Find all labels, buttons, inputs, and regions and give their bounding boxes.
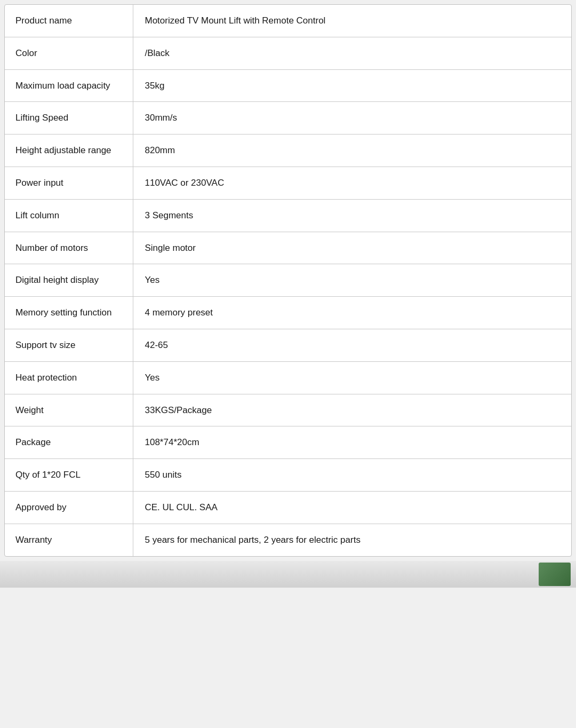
spec-label: Qty of 1*20 FCL	[5, 459, 133, 492]
spec-label: Power input	[5, 167, 133, 199]
specs-table-container: Product nameMotorized TV Mount Lift with…	[4, 4, 572, 557]
spec-value: 5 years for mechanical parts, 2 years fo…	[133, 524, 571, 556]
bottom-image	[539, 563, 571, 586]
table-row: Lift column3 Segments	[5, 199, 571, 232]
spec-value: CE. UL CUL. SAA	[133, 491, 571, 524]
spec-label: Lift column	[5, 199, 133, 232]
spec-value: 35kg	[133, 69, 571, 102]
spec-label: Weight	[5, 394, 133, 426]
spec-value: Single motor	[133, 232, 571, 264]
spec-value: 3 Segments	[133, 199, 571, 232]
spec-value: 550 units	[133, 459, 571, 492]
spec-label: Heat protection	[5, 361, 133, 394]
table-row: Number of motorsSingle motor	[5, 232, 571, 264]
spec-value: 30mm/s	[133, 102, 571, 134]
table-row: Heat protectionYes	[5, 361, 571, 394]
spec-value: 4 memory preset	[133, 297, 571, 329]
spec-label: Number of motors	[5, 232, 133, 264]
table-row: Weight33KGS/Package	[5, 394, 571, 426]
spec-value: Yes	[133, 264, 571, 297]
spec-label: Product name	[5, 5, 133, 37]
spec-value: 110VAC or 230VAC	[133, 167, 571, 199]
spec-label: Height adjustable range	[5, 134, 133, 167]
table-row: Maximum load capacity35kg	[5, 69, 571, 102]
table-row: Support tv size42-65	[5, 329, 571, 361]
spec-value: 33KGS/Package	[133, 394, 571, 426]
spec-label: Approved by	[5, 491, 133, 524]
table-row: Memory setting function4 memory preset	[5, 297, 571, 329]
table-row: Warranty5 years for mechanical parts, 2 …	[5, 524, 571, 556]
spec-value: /Black	[133, 37, 571, 69]
table-row: Lifting Speed30mm/s	[5, 102, 571, 134]
specs-table: Product nameMotorized TV Mount Lift with…	[5, 5, 571, 556]
spec-label: Support tv size	[5, 329, 133, 361]
spec-label: Memory setting function	[5, 297, 133, 329]
spec-label: Lifting Speed	[5, 102, 133, 134]
table-row: Power input110VAC or 230VAC	[5, 167, 571, 199]
spec-label: Digital height display	[5, 264, 133, 297]
spec-label: Color	[5, 37, 133, 69]
table-row: Product nameMotorized TV Mount Lift with…	[5, 5, 571, 37]
table-row: Height adjustable range820mm	[5, 134, 571, 167]
spec-value: 42-65	[133, 329, 571, 361]
table-row: Qty of 1*20 FCL550 units	[5, 459, 571, 492]
spec-label: Maximum load capacity	[5, 69, 133, 102]
spec-value: 108*74*20cm	[133, 426, 571, 459]
bottom-bar	[0, 561, 576, 588]
table-row: Digital height displayYes	[5, 264, 571, 297]
spec-value: 820mm	[133, 134, 571, 167]
spec-value: Motorized TV Mount Lift with Remote Cont…	[133, 5, 571, 37]
spec-label: Warranty	[5, 524, 133, 556]
table-row: Color/Black	[5, 37, 571, 69]
table-row: Package108*74*20cm	[5, 426, 571, 459]
table-row: Approved byCE. UL CUL. SAA	[5, 491, 571, 524]
spec-label: Package	[5, 426, 133, 459]
spec-value: Yes	[133, 361, 571, 394]
